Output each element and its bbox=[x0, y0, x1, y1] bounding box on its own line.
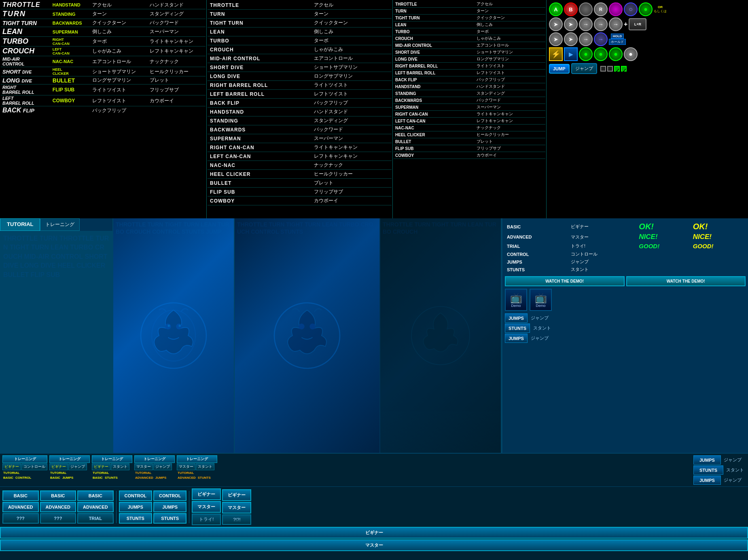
tutorial-tab[interactable]: TUTORIAL bbox=[0, 218, 40, 231]
btn-green-sq2[interactable]: ● bbox=[594, 47, 608, 61]
jumps-jp-right-1: ジャンプ bbox=[722, 455, 743, 465]
nav-question-2[interactable]: ??? bbox=[40, 513, 76, 524]
jump-button[interactable]: JUMP bbox=[549, 64, 570, 74]
checkbox-3[interactable]: ✓ bbox=[614, 66, 620, 72]
right-move-en: BACK FLIP bbox=[394, 76, 475, 83]
btn-green-circle[interactable]: ● bbox=[639, 2, 653, 16]
stunts-btn-right-1[interactable]: STUNTS bbox=[693, 465, 723, 475]
nav-basic-3[interactable]: BASIC bbox=[77, 490, 114, 501]
nav-jp-master-3[interactable]: マスター bbox=[0, 539, 748, 551]
nav-basic-1[interactable]: BASIC bbox=[2, 490, 39, 501]
right-move-en: LEAN bbox=[394, 21, 475, 28]
move-throttle: THROTTLE bbox=[1, 1, 51, 9]
tut-sub-advanced-2: ADVANCED bbox=[177, 475, 197, 480]
nav-advanced-1[interactable]: ADVANCED bbox=[2, 502, 39, 512]
btn-purple[interactable] bbox=[609, 2, 623, 16]
nav-question-1[interactable]: ??? bbox=[2, 513, 39, 524]
mid-move-en: HEEL CLICKER bbox=[208, 170, 311, 179]
stunts-btn-1[interactable]: STUNTS bbox=[505, 323, 530, 333]
btn-a[interactable]: A bbox=[549, 2, 563, 16]
mid-move-jp: ブレット bbox=[311, 179, 392, 188]
checkbox-2[interactable] bbox=[607, 66, 613, 72]
watch-demo-btn-1[interactable]: WATCH THE DEMO! bbox=[505, 276, 625, 286]
mid-move-en: LEFT CAN-CAN bbox=[208, 152, 311, 161]
btn-gray4[interactable]: ➤ bbox=[564, 32, 578, 46]
btn-gray3[interactable]: ➤ bbox=[549, 32, 563, 46]
nav-control-2[interactable]: CONTROL bbox=[153, 490, 186, 501]
btn-l-plus-r[interactable]: L+R bbox=[629, 18, 646, 30]
nav-jp-unk-1[interactable]: ?!?! bbox=[222, 514, 251, 525]
move-turn: TURN bbox=[1, 9, 51, 19]
mid-move-en: SUPERMAN bbox=[208, 134, 311, 143]
btn-arrow-right3[interactable]: → bbox=[609, 17, 623, 31]
nav-stunts-1[interactable]: STUNTS bbox=[119, 513, 152, 524]
checkbox-4[interactable]: ✓ bbox=[621, 66, 627, 72]
nav-jp-master-1[interactable]: マスター bbox=[192, 501, 221, 513]
jumps-btn-2[interactable]: JUMPS bbox=[505, 334, 528, 343]
video-panel-3: THROTTLE TURN TIGHT TURN LEAN TURBO CROU… bbox=[380, 218, 502, 453]
nav-advanced-2[interactable]: ADVANCED bbox=[40, 502, 76, 512]
btn-arrow-left[interactable]: → bbox=[579, 32, 593, 46]
right-move-jp: ターン bbox=[475, 8, 545, 15]
training-sub-jump-2: ジャンプ bbox=[153, 463, 172, 470]
nav-stunts-2[interactable]: STUNTS bbox=[153, 513, 186, 524]
jp-right-barrel-roll: ライトツイスト bbox=[91, 85, 148, 95]
right-table-row: SHORT DIVE ショートサブマリン bbox=[394, 49, 545, 56]
btn-blue-arrow[interactable]: → bbox=[594, 32, 608, 46]
stunts-jp-1: スタント bbox=[532, 323, 553, 333]
jump-jp[interactable]: ジャンプ bbox=[571, 63, 597, 74]
right-move-jp: レフトツイスト bbox=[475, 70, 545, 76]
nav-jp-beginner-1[interactable]: ビギナー bbox=[192, 488, 221, 500]
mid-move-jp: クイックターン bbox=[311, 19, 392, 27]
diff-nice1: NICE! bbox=[638, 232, 691, 241]
btn-gray2[interactable]: ➤ bbox=[564, 17, 578, 31]
nav-jp-master-2[interactable]: マスター bbox=[222, 502, 251, 514]
training-tab[interactable]: トレーニング bbox=[40, 218, 80, 231]
mid-move-en: CROUCH bbox=[208, 45, 311, 54]
nav-jumps-2[interactable]: JUMPS bbox=[153, 502, 186, 512]
right-move-jp: バックワード bbox=[475, 97, 545, 104]
right-move-jp: ナックナック bbox=[475, 125, 545, 131]
nav-jp-trial-1[interactable]: トライ! bbox=[192, 514, 221, 525]
mid-move-jp: エアコントロール bbox=[311, 54, 392, 63]
btn-b[interactable]: B bbox=[564, 2, 578, 16]
mid-table-row: TURBO ターボ bbox=[208, 36, 392, 45]
btn-blue-sq[interactable]: ▶ bbox=[564, 47, 578, 61]
tutorial-label-5: TUTORIAL bbox=[177, 471, 217, 475]
mid-move-jp: レフトキャンキャン bbox=[311, 152, 392, 161]
right-move-jp: アクセル bbox=[475, 1, 545, 8]
nav-jp-beginner-2[interactable]: ビギナー bbox=[222, 489, 251, 501]
btn-arrow-right[interactable]: → bbox=[579, 17, 593, 31]
nav-jp-beginner-3[interactable]: ビギナー bbox=[0, 527, 748, 539]
btn-green-sq4[interactable]: ● bbox=[624, 47, 638, 61]
jp-tight-turn: クイックターン bbox=[91, 19, 148, 27]
watch-demo-btn-2[interactable]: WATCH THE DEMO! bbox=[626, 276, 746, 286]
btn-r[interactable]: R bbox=[594, 2, 608, 16]
nav-control-1[interactable]: CONTROL bbox=[119, 490, 152, 501]
jumps-btn-1[interactable]: JUMPS bbox=[505, 313, 528, 323]
nav-jumps-1[interactable]: JUMPS bbox=[119, 502, 152, 512]
trick-superman: SuPeRmaN bbox=[51, 27, 91, 37]
training-sub-jump-1: ジャンプ bbox=[68, 463, 87, 470]
btn-yellow-sq[interactable]: ⚡ bbox=[549, 47, 563, 61]
mid-move-table: THROTTLE アクセル TURN ターン TIGHT TURN クイックター… bbox=[206, 0, 392, 218]
jumps-btn-right-1[interactable]: JUMPS bbox=[693, 455, 721, 465]
btn-green-sq3[interactable]: ● bbox=[609, 47, 623, 61]
nav-advanced-3[interactable]: ADVANCED bbox=[77, 502, 114, 512]
checkbox-1[interactable] bbox=[600, 66, 606, 72]
btn-c[interactable] bbox=[579, 2, 593, 16]
right-move-jp: ロングサブマリン bbox=[475, 56, 545, 63]
mid-move-jp: スタンディング bbox=[311, 116, 392, 125]
mid-move-en: BACK FLIP bbox=[208, 99, 311, 108]
nav-basic-2[interactable]: BASIC bbox=[40, 490, 76, 501]
jumps-btn-right-2[interactable]: JUMPS bbox=[693, 475, 721, 485]
btn-blue-ring[interactable]: ○ bbox=[624, 2, 638, 16]
btn-gray1[interactable]: ➤ bbox=[549, 17, 563, 31]
btn-arrow-right2[interactable]: → bbox=[594, 17, 608, 31]
jp-back-flip: バックフリップ bbox=[91, 106, 148, 115]
right-info-panel: BASIC ビギナー OK! OK! ADVANCED マスター NICE! N… bbox=[502, 218, 748, 453]
mid-table-row: CROUCH しゃがみこみ bbox=[208, 45, 392, 54]
right-table-row: HEEL CLICKER ヒールクリッカー bbox=[394, 131, 545, 138]
nav-trial-1[interactable]: TRIAL bbox=[77, 513, 114, 524]
btn-green-sq1[interactable]: ● bbox=[579, 47, 593, 61]
